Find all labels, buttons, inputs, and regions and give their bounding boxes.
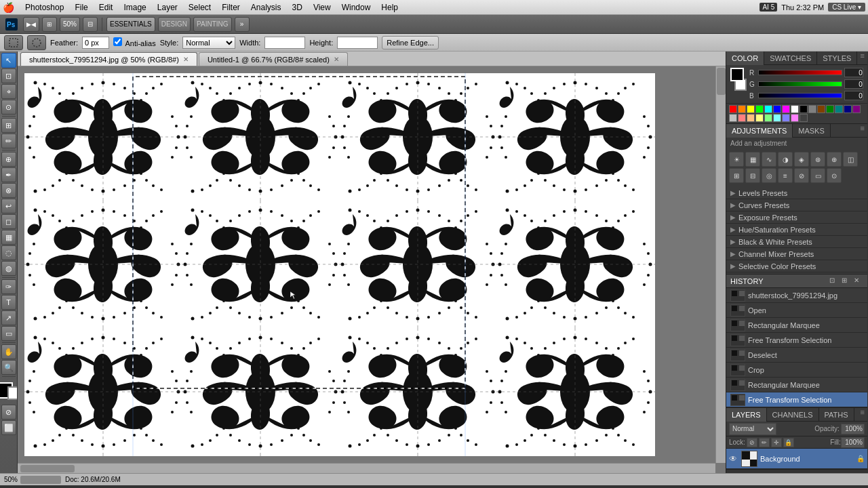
- color-swatch-800080[interactable]: [852, 105, 861, 113]
- width-input[interactable]: [264, 37, 305, 49]
- adj-preset-6[interactable]: ▶Selective Color Presets: [726, 260, 867, 272]
- adj-curves-icon[interactable]: ∿: [762, 152, 776, 167]
- adj-hsl-icon[interactable]: ⊛: [810, 152, 825, 167]
- marquee-rect-tool[interactable]: [4, 35, 23, 50]
- height-input[interactable]: [337, 37, 378, 49]
- adj-colorbal-icon[interactable]: ⊕: [827, 152, 842, 167]
- tools-toggle-btn[interactable]: ▶◀: [23, 17, 39, 32]
- menu-edit[interactable]: Edit: [94, 0, 119, 15]
- path-select-tool[interactable]: ↗: [1, 310, 16, 325]
- color-swatch-c0c0c0[interactable]: [729, 114, 737, 122]
- adj-preset-3[interactable]: ▶Hue/Saturation Presets: [726, 224, 867, 236]
- apple-menu-icon[interactable]: 🍎: [3, 2, 14, 13]
- styles-tab[interactable]: STYLES: [817, 52, 857, 65]
- adj-selective-icon[interactable]: ⊙: [827, 168, 842, 183]
- adj-invert-icon[interactable]: ◎: [762, 168, 776, 183]
- style-select[interactable]: NormalFixed RatioFixed Size: [182, 37, 235, 49]
- history-item-7[interactable]: Free Transform Selection: [726, 392, 867, 407]
- opacity-input[interactable]: [841, 424, 865, 434]
- adj-exposure-icon[interactable]: ◑: [778, 152, 793, 167]
- color-swatch-ffff80[interactable]: [755, 114, 764, 122]
- b-slider[interactable]: [758, 93, 842, 98]
- shape-tool[interactable]: ▭: [1, 326, 16, 341]
- color-swatch-ff0000[interactable]: [729, 105, 737, 113]
- history-item-6[interactable]: Rectangular Marquee: [726, 378, 867, 392]
- adj-preset-1[interactable]: ▶Curves Presets: [726, 199, 867, 211]
- color-swatch-ff00ff[interactable]: [782, 105, 790, 113]
- new-layer-btn[interactable]: ＋: [825, 470, 833, 473]
- color-swatch-80ffff[interactable]: [773, 114, 781, 122]
- new-fill-layer-btn[interactable]: ⊕: [781, 472, 787, 474]
- color-swatch-ff80ff[interactable]: [791, 114, 799, 122]
- lock-image-btn[interactable]: ✏: [759, 438, 770, 447]
- history-menu-icon[interactable]: ⊡: [829, 277, 839, 286]
- color-swatch-804000[interactable]: [817, 105, 825, 113]
- g-value[interactable]: [844, 79, 863, 89]
- feather-input[interactable]: [82, 37, 109, 49]
- crop-tool[interactable]: ⊞: [1, 118, 16, 133]
- history-item-5[interactable]: Crop: [726, 363, 867, 378]
- layer-visibility-icon[interactable]: 👁: [729, 454, 738, 464]
- menu-layer[interactable]: Layer: [152, 0, 183, 15]
- view-options-btn[interactable]: ⊟: [83, 17, 98, 32]
- menu-help[interactable]: Help: [376, 0, 403, 15]
- tab-close-1[interactable]: ✕: [183, 56, 189, 63]
- adj-bw-icon[interactable]: ◫: [843, 152, 858, 167]
- color-tab[interactable]: COLOR: [726, 52, 764, 65]
- menu-filter[interactable]: Filter: [216, 0, 245, 15]
- adjustments-tab[interactable]: ADJUSTMENTS: [726, 124, 793, 138]
- marquee-tool[interactable]: ⊡: [1, 68, 16, 83]
- menu-3d[interactable]: 3D: [287, 0, 308, 15]
- eraser-tool[interactable]: ◻: [1, 214, 16, 229]
- r-value[interactable]: [844, 68, 863, 77]
- color-swatch-008080[interactable]: [835, 105, 843, 113]
- zoom-tool[interactable]: 🔍: [1, 360, 16, 375]
- adj-gradient-icon[interactable]: ▭: [810, 168, 825, 183]
- layers-tab[interactable]: LAYERS: [726, 408, 767, 422]
- lock-pixels-btn[interactable]: ⊘: [747, 438, 757, 447]
- adj-threshold-icon[interactable]: ⊘: [794, 168, 809, 183]
- brush-tool[interactable]: ✒: [1, 167, 16, 182]
- layer-background[interactable]: 👁 Background 🔒: [726, 449, 867, 469]
- color-swatch-00ffff[interactable]: [764, 105, 772, 113]
- layers-panel-menu[interactable]: ≡: [857, 408, 867, 421]
- color-swatch-000080[interactable]: [844, 105, 852, 113]
- menu-select[interactable]: Select: [183, 0, 216, 15]
- background-color[interactable]: [7, 386, 18, 400]
- color-panel-menu[interactable]: ≡: [857, 52, 867, 64]
- color-swatch-404040[interactable]: [800, 114, 808, 122]
- history-item-2[interactable]: Rectangular Marquee: [726, 318, 867, 333]
- blend-mode-select[interactable]: NormalMultiplyScreenOverlay: [729, 423, 776, 435]
- add-style-btn[interactable]: fx: [736, 472, 743, 474]
- tab-close-2[interactable]: ✕: [334, 56, 339, 63]
- adj-panel-menu[interactable]: ≡: [857, 124, 867, 137]
- adj-levels-icon[interactable]: ▦: [745, 152, 760, 167]
- menu-file[interactable]: File: [69, 0, 93, 15]
- vertical-scrollbar[interactable]: [715, 66, 726, 463]
- swatches-tab[interactable]: SWATCHES: [764, 52, 817, 65]
- quick-mask-btn[interactable]: ⊘: [1, 405, 16, 420]
- eyedropper-tool[interactable]: ✏: [1, 134, 16, 148]
- color-swatch-00ff00[interactable]: [755, 105, 764, 113]
- adj-channel-icon[interactable]: ⊟: [745, 168, 760, 183]
- gradient-tool[interactable]: ▦: [1, 230, 16, 245]
- hand-tool[interactable]: ✋: [1, 344, 16, 359]
- color-swatch-ff8080[interactable]: [738, 114, 746, 122]
- adj-preset-5[interactable]: ▶Channel Mixer Presets: [726, 248, 867, 260]
- anti-alias-checkbox[interactable]: [113, 37, 122, 46]
- fill-input[interactable]: [841, 437, 865, 448]
- menu-analysis[interactable]: Analysis: [245, 0, 287, 15]
- adj-posterize-icon[interactable]: ≡: [778, 168, 793, 183]
- color-swatch-000000[interactable]: [800, 105, 808, 113]
- history-item-3[interactable]: Free Transform Selection: [726, 333, 867, 348]
- history-brush-tool[interactable]: ↩: [1, 199, 16, 214]
- dodge-tool[interactable]: ◍: [1, 261, 16, 276]
- lasso-tool[interactable]: ⌖: [1, 84, 16, 99]
- adj-photofilter-icon[interactable]: ⊞: [729, 168, 744, 183]
- history-expand-icon[interactable]: ⊞: [842, 277, 851, 286]
- pen-tool[interactable]: ✑: [1, 279, 16, 294]
- refine-edge-btn[interactable]: Refine Edge...: [382, 36, 439, 49]
- clone-stamp-tool[interactable]: ⊗: [1, 183, 16, 198]
- more-workspaces-btn[interactable]: »: [235, 17, 250, 32]
- menu-window[interactable]: Window: [336, 0, 376, 15]
